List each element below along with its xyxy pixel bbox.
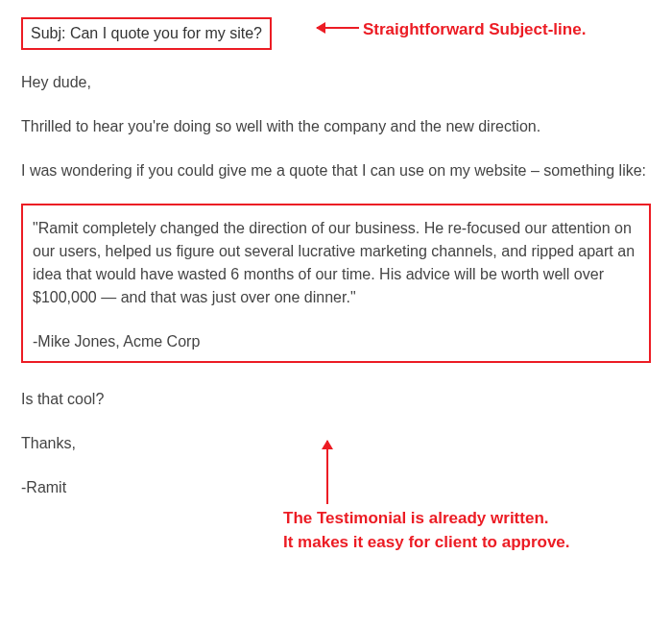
testimonial-attribution: -Mike Jones, Acme Corp [33, 330, 639, 353]
subject-line-box: Subj: Can I quote you for my site? [21, 17, 272, 50]
annotation-subject: Straightforward Subject-line. [363, 17, 586, 42]
closing: Thanks, [21, 432, 651, 455]
body-paragraph-3: Is that cool? [21, 388, 651, 411]
testimonial-quote: "Ramit completely changed the direction … [33, 217, 639, 309]
testimonial-box: "Ramit completely changed the direction … [21, 204, 651, 363]
annotation-testimonial: The Testimonial is already written. It m… [283, 507, 570, 554]
body-paragraph-1: Thrilled to hear you're doing so well wi… [21, 115, 651, 138]
body-paragraph-2: I was wondering if you could give me a q… [21, 159, 651, 182]
arrow-to-subject-icon [317, 27, 359, 29]
greeting: Hey dude, [21, 71, 651, 94]
annotation-testimonial-line1: The Testimonial is already written. [283, 509, 548, 527]
subject-text: Subj: Can I quote you for my site? [31, 25, 262, 41]
arrow-to-testimonial-icon [326, 441, 328, 504]
annotation-testimonial-line2: It makes it easy for client to approve. [283, 533, 570, 551]
signature: -Ramit [21, 476, 651, 499]
